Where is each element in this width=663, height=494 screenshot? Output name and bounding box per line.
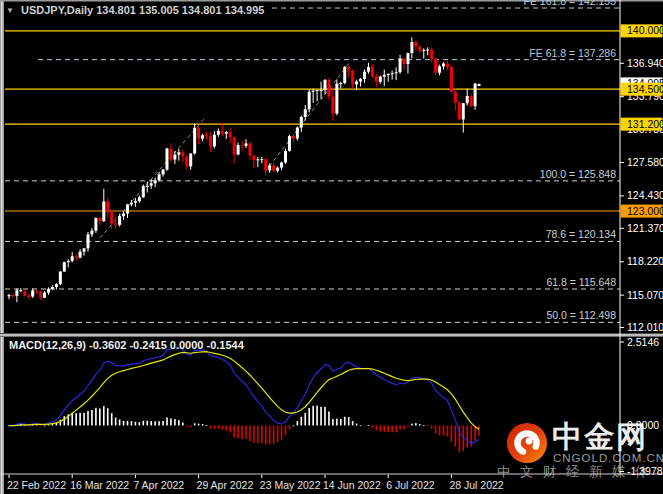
macd-histogram-bar <box>439 426 441 436</box>
date-tick-label: 28 Jul 2022 <box>449 479 503 491</box>
candle <box>339 82 342 89</box>
macd-histogram-bar <box>135 422 137 426</box>
price-tick-label: 124.430 <box>627 189 663 201</box>
date-tick-label: 7 Apr 2022 <box>133 479 184 491</box>
chart-canvas[interactable]: FE 161.8 = 142.155FE 61.8 = 137.286100.0… <box>0 0 663 494</box>
macd-histogram-bar <box>407 426 409 427</box>
candle <box>47 287 50 294</box>
candle <box>296 126 299 140</box>
candle <box>284 149 287 164</box>
macd-histogram-bar <box>229 426 231 433</box>
macd-histogram-bar <box>249 426 251 442</box>
svg-text:134.500: 134.500 <box>627 83 663 95</box>
macd-histogram-bar <box>71 413 73 426</box>
candle <box>391 71 394 80</box>
candle <box>102 189 105 222</box>
macd-histogram-bar <box>316 406 318 426</box>
macd-histogram-bar <box>352 421 354 426</box>
macd-histogram-bar <box>297 421 299 425</box>
macd-histogram-bar <box>83 413 85 426</box>
macd-histogram-bar <box>293 425 295 426</box>
svg-text:131.200: 131.200 <box>627 118 663 130</box>
macd-histogram-bar <box>194 423 196 425</box>
macd-histogram-bar <box>75 413 77 425</box>
macd-histogram-bar <box>202 424 204 426</box>
macd-histogram-bar <box>411 424 413 426</box>
price-tick-label: 127.580 <box>627 156 663 168</box>
candle <box>446 61 449 71</box>
candle <box>462 103 465 133</box>
macd-histogram-bar <box>218 426 220 429</box>
macd-histogram-bar <box>435 426 437 434</box>
candle <box>252 155 255 168</box>
candle <box>83 248 86 255</box>
candle <box>201 134 204 141</box>
collapse-ohlc-arrow-icon[interactable]: ▼ <box>6 6 14 15</box>
macd-histogram-bar <box>289 426 291 429</box>
price-axis[interactable]: 136.940133.790130.730127.580124.430121.3… <box>620 0 663 477</box>
candle <box>264 158 267 175</box>
candle <box>138 196 141 203</box>
candle <box>430 48 433 63</box>
candle <box>327 78 330 100</box>
time-axis[interactable]: 22 Feb 202216 Mar 20227 Apr 202229 Apr 2… <box>7 475 504 492</box>
candles <box>8 37 481 302</box>
candle <box>237 143 240 156</box>
candle <box>474 83 477 110</box>
macd-histogram-bar <box>154 421 156 425</box>
macd-histogram-bar <box>158 421 160 425</box>
candle <box>181 150 184 163</box>
price-tick-label: 115.070 <box>627 289 663 301</box>
time-axis-separator <box>0 474 663 475</box>
candle <box>229 128 232 142</box>
macd-tick-label: 2.5146 <box>627 336 659 348</box>
macd-histogram-bar <box>87 411 89 426</box>
chart-window: 中金网 CNGOLD.COM.CN 中文财经新媒体 FE 161.8 = 142… <box>0 0 663 494</box>
candle <box>158 172 161 181</box>
candle <box>87 232 90 252</box>
pane-splitter[interactable] <box>0 334 663 336</box>
candle <box>442 62 445 69</box>
macd-histogram-bar <box>320 407 322 426</box>
candle <box>272 163 275 173</box>
macd-histogram-bar <box>186 426 188 427</box>
candle <box>316 90 319 102</box>
trend-line[interactable] <box>265 62 350 172</box>
macd-histogram-bar <box>182 422 184 425</box>
trend-segments <box>100 62 350 238</box>
macd-histogram-bar <box>111 413 113 425</box>
candle <box>335 79 338 115</box>
macd-histogram-bar <box>372 426 374 428</box>
candle <box>410 37 413 58</box>
macd-histogram-bar <box>269 426 271 444</box>
macd-histogram-bar <box>178 420 180 425</box>
candle <box>35 290 38 295</box>
candle <box>367 63 370 74</box>
macd-histogram-bar <box>99 408 101 425</box>
candle <box>422 48 425 58</box>
macd-histogram-bar <box>261 426 263 444</box>
macd-histogram-bar <box>427 426 429 427</box>
macd-histogram-bar <box>103 406 105 425</box>
candle <box>304 105 307 120</box>
macd-histogram-bar <box>336 419 338 426</box>
candle <box>27 294 30 299</box>
macd-histogram-bar <box>403 426 405 430</box>
macd-histogram-bar <box>166 417 168 425</box>
candle <box>11 294 14 298</box>
candle <box>395 67 398 80</box>
candle <box>217 128 220 136</box>
macd-histogram-bar <box>443 426 445 436</box>
price-tick-label: 112.010 <box>627 321 663 333</box>
price-tick-label: 118.220 <box>627 255 663 267</box>
candle <box>454 88 457 110</box>
macd-histogram-bar <box>415 423 417 425</box>
candle <box>280 162 283 170</box>
macd-tick-label: -1.3978 <box>627 465 663 477</box>
macd-histogram-bar <box>344 417 346 426</box>
macd-histogram-bar <box>143 421 145 426</box>
fib-line-label: FE 161.8 = 142.155 <box>523 0 616 7</box>
macd-histogram-bar <box>348 417 350 425</box>
macd-histogram-bar <box>368 425 370 426</box>
macd-histogram-bar <box>332 419 334 425</box>
